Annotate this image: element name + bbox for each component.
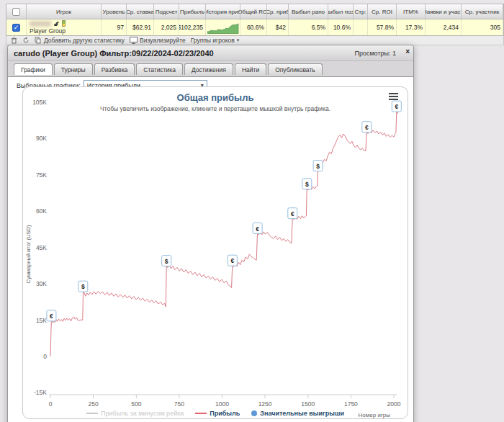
copy-icon (35, 37, 42, 44)
significant-win-marker[interactable]: € (288, 208, 297, 219)
win-currency-symbol: $ (316, 163, 320, 170)
tab-Графики[interactable]: Графики (14, 63, 53, 75)
y-tick-label: 15K (36, 317, 47, 324)
significant-win-marker[interactable]: € (362, 122, 372, 133)
x-tick-label: 1750 (344, 400, 358, 408)
player-name-redacted (30, 21, 51, 27)
legend-item-enabled[interactable]: Значительные выигрыши (251, 410, 344, 417)
x-tick-label: 500 (131, 400, 141, 408)
player-groups-dropdown[interactable]: Группы игроков ▾ (191, 37, 240, 44)
trash-icon (11, 37, 17, 44)
tab-Разбивка[interactable]: Разбивка (94, 63, 135, 75)
x-tick-label: 2000 (387, 400, 401, 408)
col-header-player[interactable]: Игрок (27, 4, 102, 19)
badge-icon (62, 20, 66, 27)
cell-profit-history (206, 19, 240, 35)
row-checkbox[interactable]: ✓ (12, 24, 20, 32)
cell-out-early: 6.5% (289, 19, 328, 35)
tab-Турниры[interactable]: Турниры (54, 63, 93, 75)
legend-dash-swatch (195, 413, 207, 414)
x-tick-label: 0 (49, 400, 53, 408)
col-header-avg-stake[interactable]: Ср. ставка (127, 4, 154, 19)
win-currency-symbol: € (365, 124, 369, 131)
player-identity (30, 20, 66, 27)
cell-total-roi: 60.6% (240, 19, 267, 35)
chart-legend: Прибыль за минусом рейкаПрибыльЗначитель… (23, 410, 408, 417)
col-header-level[interactable]: Уровень (102, 4, 127, 19)
significant-win-marker[interactable]: € (47, 310, 56, 321)
significant-win-marker[interactable]: $ (162, 256, 171, 266)
cell-avg-profit: $42 (267, 19, 289, 35)
col-header-avg-profit[interactable]: Ср. приб (267, 4, 289, 19)
tab-Опубликовать[interactable]: Опубликовать (268, 63, 323, 75)
col-header-avg-roi[interactable]: Ср. ROI (368, 4, 397, 19)
x-tick-label: 1500 (301, 400, 315, 408)
col-header-str[interactable]: Стр: (354, 4, 368, 19)
add-statistic-button[interactable]: Добавить другую статистику (35, 37, 125, 44)
chevron-down-icon: ▾ (237, 37, 240, 43)
tab-Статистика[interactable]: Статистика (136, 63, 183, 75)
y-tick-label: 30K (36, 280, 47, 287)
win-currency-symbol: $ (81, 283, 85, 290)
col-header-profit-history[interactable]: История приб (206, 4, 240, 19)
legend-item-enabled[interactable]: Прибыль (195, 410, 240, 417)
y-tick-label: 105K (32, 99, 47, 106)
select-all-checkbox[interactable] (12, 8, 20, 16)
close-icon[interactable]: × (405, 48, 410, 55)
delete-button[interactable] (11, 37, 17, 44)
col-header-select[interactable] (6, 4, 27, 19)
col-header-itm[interactable]: ITM% (397, 4, 426, 19)
profit-sparkline (207, 22, 239, 34)
tab-Найти[interactable]: Найти (235, 63, 266, 75)
visualize-button[interactable]: Визуализируйте (130, 37, 186, 44)
win-currency-symbol: $ (165, 258, 168, 265)
col-header-count[interactable]: Подсчет (154, 4, 179, 19)
win-currency-symbol: € (50, 313, 53, 320)
report-dialog: carudo (Player Group) Фильтр:09/22/2024-… (7, 45, 414, 422)
x-tick-label: 250 (89, 400, 99, 408)
add-statistic-label: Добавить другую статистику (44, 37, 125, 44)
cell-out-late: 10.6% (328, 19, 354, 35)
legend-dot-swatch (251, 410, 257, 416)
col-header-avg-entrants[interactable]: Ср. участник (462, 4, 503, 19)
col-header-out-late[interactable]: Выбыл позд (328, 4, 354, 19)
y-tick-label: 75K (36, 171, 47, 179)
y-tick-label: 60K (36, 207, 47, 215)
significant-win-marker[interactable]: € (392, 101, 401, 112)
cell-avg-stake: $62.91 (127, 19, 154, 35)
y-tick-label: 90K (36, 135, 47, 142)
dialog-titlebar[interactable]: carudo (Player Group) Фильтр:09/22/2024-… (8, 45, 413, 61)
col-header-out-early[interactable]: Выбыл рано (289, 4, 328, 19)
cell-level: 97 (102, 19, 127, 35)
monitor-icon (130, 37, 138, 44)
win-currency-symbol: € (230, 257, 234, 264)
refresh-icon (22, 37, 30, 44)
significant-win-marker[interactable]: $ (313, 161, 323, 171)
player-stats-table: ИгрокУровеньСр. ставкаПодсчетПрибыльИсто… (6, 4, 504, 36)
cell-avg-roi: 57.8% (368, 19, 397, 35)
cell-avg-entrants: 305 (462, 19, 503, 35)
views-count: Просмотры: 1 (354, 50, 396, 57)
win-currency-symbol: € (395, 103, 398, 110)
significant-win-marker[interactable]: € (228, 255, 237, 266)
significant-win-marker[interactable]: $ (78, 281, 88, 292)
y-axis-title: Суммарный итог (USD) (25, 225, 32, 283)
cell-select: ✓ (6, 19, 27, 35)
win-currency-symbol: $ (305, 181, 309, 188)
col-header-total-roi[interactable]: Общий ROI (240, 4, 267, 19)
x-tick-label: 750 (174, 400, 184, 408)
profit-chart-panel[interactable]: Общая прибыль Чтобы увеличить изображени… (22, 86, 408, 419)
cell-str (354, 19, 368, 35)
tab-Достижения[interactable]: Достижения (184, 63, 233, 75)
significant-win-marker[interactable]: € (253, 223, 262, 234)
dialog-title: carudo (Player Group) Фильтр:09/22/2024-… (14, 49, 354, 58)
col-header-profit[interactable]: Прибыль (179, 4, 206, 19)
y-tick-label: -15K (34, 389, 47, 396)
col-header-entries[interactable]: Заявки и участ (426, 4, 462, 19)
legend-item-disabled[interactable]: Прибыль за минусом рейка (86, 410, 184, 417)
refresh-button[interactable] (22, 37, 30, 44)
x-tick-label: 1000 (215, 400, 229, 408)
table-header-row: ИгрокУровеньСр. ставкаПодсчетПрибыльИсто… (6, 4, 504, 19)
table-data-row[interactable]: ✓Player Group97$62.912,025$102,23560.6%$… (6, 19, 504, 36)
significant-win-marker[interactable]: $ (302, 179, 312, 189)
